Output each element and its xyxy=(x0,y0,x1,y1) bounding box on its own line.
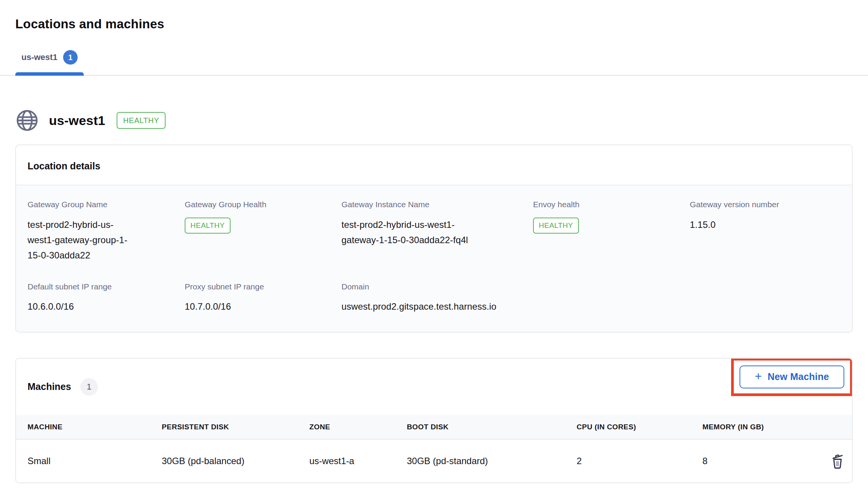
cpu-cell: 2 xyxy=(577,456,702,466)
location-name: us-west1 xyxy=(49,113,105,128)
machines-card: Machines 1 + New Machine MACHINE PERSIST… xyxy=(15,358,853,483)
column-header-cpu: CPU (IN CORES) xyxy=(577,423,702,431)
machines-count-badge: 1 xyxy=(80,378,98,396)
plus-icon: + xyxy=(755,370,762,382)
column-header-memory: MEMORY (IN GB) xyxy=(702,423,829,431)
memory-cell: 8 xyxy=(702,456,829,466)
field-label: Gateway Group Name xyxy=(28,199,185,210)
field-value: 10.7.0.0/16 xyxy=(185,299,341,314)
annotation-highlight-box: + New Machine xyxy=(731,358,853,396)
field-label: Domain xyxy=(341,281,533,292)
location-details-body: Gateway Group Name test-prod2-hybrid-us-… xyxy=(16,185,852,332)
tab-count-badge: 1 xyxy=(63,50,78,65)
machines-table-header: MACHINE PERSISTENT DISK ZONE BOOT DISK C… xyxy=(16,415,852,439)
machines-header: Machines 1 + New Machine xyxy=(16,359,852,415)
field-value: 10.6.0.0/16 xyxy=(28,299,185,314)
tab-label: us-west1 xyxy=(21,52,57,62)
new-machine-button-label: New Machine xyxy=(767,371,829,382)
field-default-subnet: Default subnet IP range 10.6.0.0/16 xyxy=(28,281,185,314)
field-domain: Domain uswest.prod2.gitspace.test.harnes… xyxy=(341,281,533,314)
globe-icon xyxy=(15,109,39,132)
field-gateway-group-name: Gateway Group Name test-prod2-hybrid-us-… xyxy=(28,199,185,263)
tab-bar: us-west1 1 xyxy=(0,45,868,76)
field-value: test-prod2-hybrid-us-west1-gateway-group… xyxy=(28,217,135,263)
column-header-zone: ZONE xyxy=(309,423,407,431)
new-machine-button[interactable]: + New Machine xyxy=(740,365,844,388)
field-proxy-subnet: Proxy subnet IP range 10.7.0.0/16 xyxy=(185,281,341,314)
location-details-card: Location details Gateway Group Name test… xyxy=(15,145,853,333)
machine-name-cell: Small xyxy=(28,456,162,466)
location-heading: us-west1 HEALTHY xyxy=(15,109,853,132)
field-value: 1.15.0 xyxy=(690,217,840,232)
machines-title: Machines xyxy=(28,381,71,392)
column-header-boot-disk: BOOT DISK xyxy=(407,423,577,431)
zone-cell: us-west1-a xyxy=(309,456,407,466)
column-header-machine: MACHINE xyxy=(28,423,162,431)
page: Locations and machines us-west1 1 us-wes… xyxy=(0,0,868,483)
persistent-disk-cell: 30GB (pd-balanced) xyxy=(162,456,309,466)
field-label: Envoy health xyxy=(533,199,690,210)
tab-us-west1[interactable]: us-west1 1 xyxy=(15,45,84,75)
column-header-persistent-disk: PERSISTENT DISK xyxy=(162,423,309,431)
delete-machine-button[interactable] xyxy=(829,452,853,470)
location-details-title: Location details xyxy=(16,145,852,185)
location-health-badge: HEALTHY xyxy=(117,112,166,129)
field-gateway-version: Gateway version number 1.15.0 xyxy=(690,199,840,263)
field-label: Proxy subnet IP range xyxy=(185,281,341,292)
field-gateway-instance-name: Gateway Instance Name test-prod2-hybrid-… xyxy=(341,199,533,263)
page-title: Locations and machines xyxy=(15,16,853,32)
field-gateway-group-health: Gateway Group Health HEALTHY xyxy=(185,199,341,263)
field-label: Gateway Instance Name xyxy=(341,199,533,210)
details-row-1: Gateway Group Name test-prod2-hybrid-us-… xyxy=(28,199,840,263)
field-value: uswest.prod2.gitspace.test.harness.io xyxy=(341,299,533,314)
gateway-group-health-badge: HEALTHY xyxy=(185,218,231,234)
field-label: Gateway Group Health xyxy=(185,199,341,210)
field-value: test-prod2-hybrid-us-west1-gateway-1-15-… xyxy=(341,217,476,248)
boot-disk-cell: 30GB (pd-standard) xyxy=(407,456,577,466)
field-label: Default subnet IP range xyxy=(28,281,185,292)
table-row: Small 30GB (pd-balanced) us-west1-a 30GB… xyxy=(16,439,852,482)
trash-icon xyxy=(829,452,846,470)
field-envoy-health: Envoy health HEALTHY xyxy=(533,199,690,263)
field-label: Gateway version number xyxy=(690,199,840,210)
envoy-health-badge: HEALTHY xyxy=(533,218,579,234)
details-row-2: Default subnet IP range 10.6.0.0/16 Prox… xyxy=(28,281,840,314)
